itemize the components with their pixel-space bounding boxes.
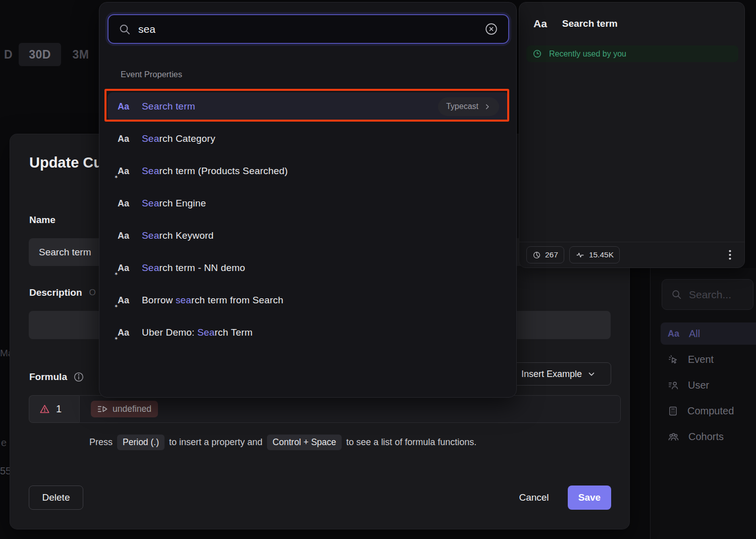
clock-icon: [532, 49, 542, 59]
name-label: Name: [29, 214, 56, 226]
custom-star-icon: ✶: [114, 336, 118, 341]
info-icon[interactable]: [73, 371, 84, 383]
computed-icon: [668, 406, 678, 416]
cohorts-icon: [668, 431, 679, 443]
optional-hint: O: [89, 288, 96, 298]
property-option-label: Borrow search term from Search: [142, 295, 284, 306]
string-type-icon: Aa: [533, 18, 547, 30]
string-type-icon: Aa: [118, 101, 131, 112]
property-option[interactable]: Aa✶Search term (Products Searched): [107, 157, 509, 185]
property-option-label: Search term - NN demo: [142, 262, 245, 274]
app-root: D30D3M May e 55 Update Cu Name Descripti…: [0, 0, 756, 539]
search-icon: [671, 289, 682, 300]
property-option[interactable]: Aa✶Borrow search term from Search: [107, 286, 509, 314]
property-option-label: Search Engine: [142, 198, 206, 209]
event-icon: [668, 354, 679, 365]
property-option[interactable]: Aa✶Search term - NN demo: [107, 254, 509, 282]
stat-pill-pulse[interactable]: 15.45K: [569, 246, 620, 263]
description-label: Description O: [29, 287, 96, 298]
sidebar-items: AaAllEventUserComputedCohorts: [661, 322, 756, 451]
chevron-right-icon: [483, 103, 491, 111]
stat-value: 267: [545, 250, 558, 259]
sidebar-search[interactable]: [662, 279, 753, 310]
custom-string-type-icon: Aa✶: [118, 328, 131, 338]
string-type-icon: Aa: [118, 231, 131, 241]
time-tab-3m[interactable]: 3M: [63, 43, 98, 66]
sidebar-item-event[interactable]: Event: [661, 348, 756, 370]
recently-used-badge: Recently used by you: [526, 45, 738, 62]
sidebar-item-user[interactable]: User: [661, 374, 756, 396]
custom-star-icon: ✶: [114, 303, 118, 309]
sidebar-search-input[interactable]: [689, 289, 744, 301]
property-details-panel: Aa Search term Recently used by you 2671…: [519, 2, 745, 268]
custom-star-icon: ✶: [114, 271, 118, 277]
sidebar-item-label: Computed: [687, 405, 734, 417]
kebab-menu-icon[interactable]: [728, 249, 732, 261]
search-icon: [119, 23, 131, 35]
custom-string-type-icon: Aa✶: [118, 295, 131, 306]
time-range-tabs: D30D3M: [0, 43, 98, 66]
time-tab-d[interactable]: D: [0, 43, 17, 66]
property-option-label: Uber Demo: Search Term: [142, 327, 252, 338]
property-option[interactable]: AaSearch Engine: [107, 189, 509, 218]
insert-example-button[interactable]: Insert Example: [506, 362, 611, 386]
custom-string-type-icon: Aa✶: [118, 263, 131, 274]
formula-label: Formula: [29, 371, 84, 383]
chevron-down-icon: [587, 369, 596, 379]
pulse-icon: [575, 251, 585, 259]
custom-string-type-icon: Aa✶: [118, 166, 131, 177]
kbd-period: Period (.): [117, 435, 165, 450]
formula-token[interactable]: undefined: [91, 401, 158, 417]
error-count: 1: [56, 403, 62, 415]
property-option-label: Search term: [142, 101, 195, 112]
property-option[interactable]: AaSearch termTypecast: [107, 92, 509, 121]
clear-search-icon[interactable]: [484, 22, 498, 36]
property-searchbox[interactable]: [107, 14, 509, 44]
property-type-sidebar: AaAllEventUserComputedCohorts: [650, 268, 756, 539]
details-header: Aa Search term: [533, 18, 618, 30]
custom-star-icon: ✶: [114, 174, 118, 180]
sidebar-item-label: User: [688, 380, 709, 391]
formula-error-gutter: 1: [29, 395, 79, 423]
modal-title: Update Cu: [29, 154, 102, 171]
warning-icon: [39, 404, 50, 414]
property-option[interactable]: AaSearch Keyword: [107, 222, 509, 250]
typecast-token-icon: [97, 405, 108, 413]
string-type-icon: Aa: [118, 198, 131, 209]
time-tab-30d[interactable]: 30D: [19, 43, 61, 66]
sidebar-item-all[interactable]: AaAll: [661, 322, 756, 345]
sidebar-item-cohorts[interactable]: Cohorts: [661, 425, 756, 448]
formula-hint: Press Period (.) to insert a property an…: [89, 435, 476, 450]
stat-pill-pie[interactable]: 267: [526, 246, 564, 263]
save-button[interactable]: Save: [568, 486, 611, 510]
sidebar-item-label: All: [689, 328, 700, 340]
sidebar-item-label: Cohorts: [688, 431, 724, 443]
user-icon: [668, 380, 679, 391]
section-label: Event Properties: [121, 70, 182, 79]
formula-editor[interactable]: undefined: [79, 395, 621, 423]
kbd-control-space: Control + Space: [267, 435, 342, 450]
property-search-input[interactable]: [138, 23, 477, 35]
property-title: Search term: [562, 18, 618, 29]
property-search-dropdown: Event Properties AaSearch termTypecastAa…: [99, 2, 517, 398]
property-option-label: Search Keyword: [142, 230, 213, 241]
sidebar-item-label: Event: [688, 354, 714, 365]
chart-axis-fragment: 55: [0, 465, 11, 477]
property-list: AaSearch termTypecastAaSearch CategoryAa…: [107, 92, 509, 351]
string-type-icon: Aa: [118, 134, 131, 144]
stat-value: 15.45K: [589, 250, 614, 259]
property-option-label: Search Category: [142, 133, 215, 144]
property-option[interactable]: AaSearch Category: [107, 125, 509, 153]
delete-button[interactable]: Delete: [29, 486, 83, 510]
sidebar-item-computed[interactable]: Computed: [661, 400, 756, 422]
property-option[interactable]: Aa✶Uber Demo: Search Term: [107, 318, 509, 347]
cancel-button[interactable]: Cancel: [505, 486, 563, 510]
chart-axis-fragment: e: [1, 437, 7, 449]
property-option-label: Search term (Products Searched): [142, 166, 288, 177]
string-type-icon: Aa: [668, 329, 680, 339]
typecast-button[interactable]: Typecast: [438, 97, 499, 116]
details-footer: 26715.45K: [519, 242, 744, 267]
pie-icon: [532, 251, 541, 259]
